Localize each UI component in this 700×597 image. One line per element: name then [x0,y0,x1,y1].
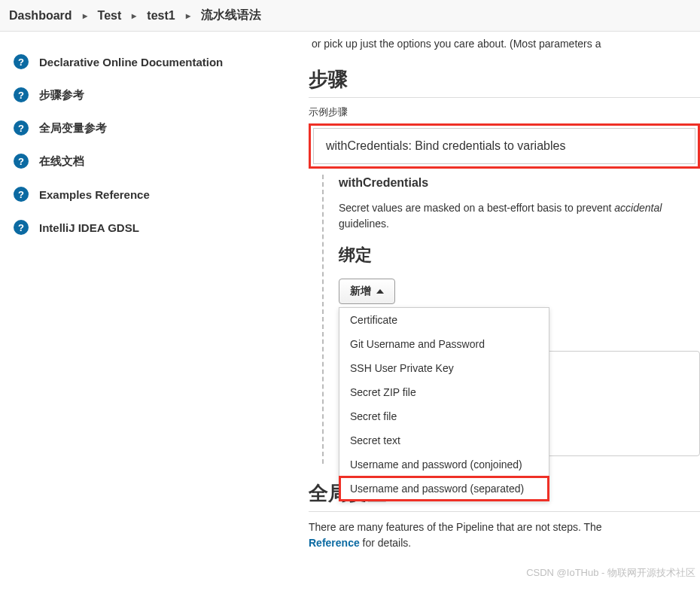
dropdown-item-secret-zip[interactable]: Secret ZIP file [339,380,549,404]
main-content: or pick up just the options you care abo… [309,32,700,581]
step-select-highlight: withCredentials: Bind credentials to var… [309,123,700,169]
breadcrumb-pipeline-syntax[interactable]: 流水线语法 [201,8,261,23]
reference-link[interactable]: Reference [309,537,360,549]
sidebar-item-declarative-docs[interactable]: ? Declarative Online Documentation [9,45,300,78]
chevron-right-icon: ▸ [186,11,190,21]
step-description: Secret values are masked on a best-effor… [339,200,700,232]
dropdown-item-secret-text[interactable]: Secret text [339,428,549,452]
sidebar-item-label: IntelliJ IDEA GDSL [39,221,139,234]
help-icon: ? [14,154,29,169]
sidebar-item-globals-reference[interactable]: ? 全局变量参考 [9,111,300,145]
dropdown-item-username-password-conjoined[interactable]: Username and password (conjoined) [339,452,549,477]
add-button-label: 新增 [350,285,371,298]
sidebar-item-online-docs[interactable]: ? 在线文档 [9,145,300,178]
sidebar-item-label: 在线文档 [39,154,84,169]
breadcrumb-test1[interactable]: test1 [147,9,175,23]
sidebar-item-intellij-gdsl[interactable]: ? IntelliJ IDEA GDSL [9,211,300,244]
help-icon: ? [14,187,29,202]
bindings-heading: 绑定 [339,244,700,267]
sidebar-item-examples-reference[interactable]: ? Examples Reference [9,178,300,211]
intro-text: or pick up just the options you care abo… [309,38,700,50]
help-icon: ? [14,87,29,102]
sidebar-item-label: Declarative Online Documentation [39,56,223,69]
binding-type-dropdown: Certificate Git Username and Password SS… [339,307,549,501]
dropdown-item-secret-file[interactable]: Secret file [339,404,549,428]
dropdown-item-username-password-separated[interactable]: Username and password (separated) [339,477,549,501]
breadcrumb: Dashboard ▸ Test ▸ test1 ▸ 流水线语法 [0,0,700,32]
dropdown-item-git-username-password[interactable]: Git Username and Password [339,332,549,356]
help-icon: ? [14,220,29,235]
steps-heading: 步骤 [309,66,700,98]
step-detail: withCredentials Secret values are masked… [322,175,700,464]
help-icon: ? [14,120,29,136]
sidebar-item-label: 步骤参考 [39,88,84,102]
dropdown-item-certificate[interactable]: Certificate [339,308,549,332]
sidebar-item-steps-reference[interactable]: ? 步骤参考 [9,78,300,111]
chevron-right-icon: ▸ [132,11,136,21]
breadcrumb-dashboard[interactable]: Dashboard [9,9,72,23]
chevron-right-icon: ▸ [83,11,87,21]
dropdown-item-ssh-private-key[interactable]: SSH User Private Key [339,356,549,380]
sidebar: ? Declarative Online Documentation ? 步骤参… [0,32,309,581]
breadcrumb-test[interactable]: Test [98,9,122,23]
sidebar-item-label: Examples Reference [39,188,150,201]
caret-up-icon [376,289,384,294]
help-icon: ? [14,54,29,69]
sidebar-item-label: 全局变量参考 [39,121,107,136]
add-binding-button[interactable]: 新增 [339,279,395,304]
watermark: CSDN @IoTHub - 物联网开源技术社区 [526,566,695,580]
sample-step-label: 示例步骤 [309,105,700,119]
step-select[interactable]: withCredentials: Bind credentials to var… [313,128,695,164]
footer-text: There are many features of the Pipeline … [309,519,700,551]
step-title: withCredentials [339,176,700,190]
